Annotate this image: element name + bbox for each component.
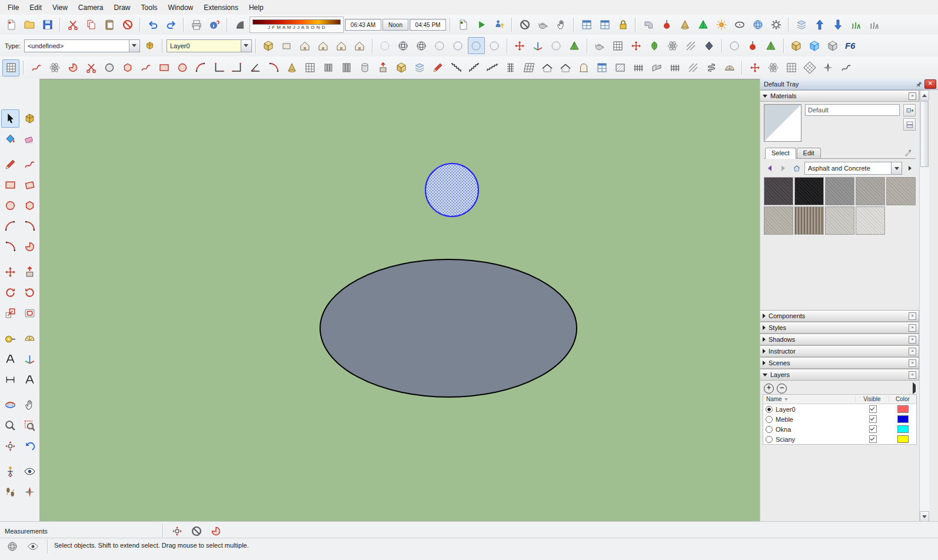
type-dropdown-arrow[interactable]	[129, 40, 139, 52]
compass-tool[interactable]	[21, 483, 39, 501]
green-pyramid-button[interactable]	[763, 37, 780, 54]
atom-button[interactable]	[664, 37, 681, 54]
ellipse-button[interactable]	[731, 16, 748, 34]
dark-diamond-button[interactable]	[701, 37, 718, 54]
shadow-time-start-field[interactable]: 06:43 AM	[345, 19, 381, 31]
cylinder-grab-button[interactable]	[356, 59, 373, 76]
lock-button[interactable]	[614, 16, 631, 34]
drawing-canvas[interactable]	[39, 79, 760, 522]
left-view-button[interactable]	[351, 37, 368, 54]
layer-combobox[interactable]: Layer0	[167, 39, 252, 52]
disc-button[interactable]	[658, 16, 675, 34]
shadow-time-end-field[interactable]: 04:45 PM	[410, 19, 446, 31]
sheets-button[interactable]	[411, 59, 428, 76]
short-columns-button[interactable]	[320, 59, 337, 76]
previous-view-tool[interactable]	[21, 437, 39, 455]
scenes-close-button[interactable]	[909, 359, 916, 367]
rotated-rectangle-tool[interactable]	[21, 176, 39, 194]
axes-tool[interactable]	[21, 350, 39, 368]
grid-box-button[interactable]	[301, 59, 318, 76]
gray-cube-button[interactable]	[824, 37, 841, 54]
back-edges-style-button[interactable]	[395, 37, 412, 54]
hidden-line-style-button[interactable]	[431, 37, 448, 54]
materials-close-button[interactable]	[909, 92, 916, 100]
follow-me-tool[interactable]	[21, 284, 39, 302]
elbow-pipe-button[interactable]	[640, 16, 657, 34]
layer-radio[interactable]	[766, 426, 773, 433]
sun-button[interactable]	[713, 16, 730, 34]
selected-circle-shape[interactable]	[425, 164, 478, 216]
secondary-pane-button[interactable]	[903, 118, 916, 131]
rectangle-tool[interactable]	[1, 176, 19, 194]
layer-visible-checkbox[interactable]	[869, 415, 877, 423]
grass-button[interactable]	[847, 16, 864, 34]
layer-radio[interactable]	[766, 416, 773, 423]
cone-button[interactable]	[676, 16, 693, 34]
material-swatch[interactable]	[886, 177, 916, 205]
push-pull-tool[interactable]	[21, 263, 39, 281]
diagonal-hatch-button[interactable]	[684, 59, 701, 76]
credits-icon[interactable]	[24, 539, 41, 554]
layer-color-chip[interactable]	[897, 425, 909, 433]
scene-manager-button[interactable]	[454, 16, 471, 34]
textured-style-button[interactable]	[468, 37, 485, 54]
text-tool[interactable]	[1, 350, 19, 368]
menu-draw[interactable]: Draw	[109, 1, 136, 14]
line-tool[interactable]	[1, 155, 19, 174]
xray-style-button[interactable]	[377, 37, 394, 54]
layer-radio[interactable]	[766, 436, 773, 443]
face-push-button[interactable]	[374, 59, 391, 76]
rotate-tool[interactable]	[1, 284, 19, 302]
material-swatch[interactable]	[825, 177, 854, 205]
styles-close-button[interactable]	[909, 324, 916, 332]
section-move-button[interactable]	[511, 37, 528, 54]
pencil-edge-button[interactable]	[429, 59, 446, 76]
components-section-header[interactable]: Components	[760, 310, 919, 322]
wireframe-style-button[interactable]	[413, 37, 430, 54]
hatch-button[interactable]	[611, 59, 628, 76]
tray-scrollbar[interactable]	[919, 90, 929, 522]
menu-help[interactable]: Help	[244, 1, 269, 14]
menu-file[interactable]: File	[2, 1, 24, 14]
scroll-down-icon[interactable]	[920, 511, 929, 522]
model-info-button[interactable]	[206, 16, 223, 34]
ramp-button[interactable]	[447, 59, 464, 76]
add-layer-button[interactable]	[764, 384, 774, 394]
layers-stack-button[interactable]	[793, 16, 810, 34]
back-view-button[interactable]	[333, 37, 350, 54]
undo-button[interactable]	[144, 16, 161, 34]
shadow-date-gradient[interactable]	[252, 19, 341, 25]
layers-section-header[interactable]: Layers	[760, 369, 919, 381]
layer-row[interactable]: Sciany	[763, 434, 916, 444]
forward-arrow-button[interactable]	[777, 162, 789, 174]
shadows-close-button[interactable]	[909, 336, 916, 344]
import-arrow-button[interactable]	[811, 16, 828, 34]
position-camera-tool[interactable]	[1, 462, 19, 481]
look-around-tool[interactable]	[21, 462, 39, 481]
export-arrow-button[interactable]	[829, 16, 846, 34]
red-green-tool-button[interactable]	[566, 37, 583, 54]
menu-camera[interactable]: Camera	[73, 1, 109, 14]
instructor-section-header[interactable]: Instructor	[760, 345, 919, 357]
circle-face-button[interactable]	[174, 59, 191, 76]
material-name-field[interactable]: Default	[805, 104, 900, 116]
geolocation-globe-icon[interactable]	[4, 539, 21, 554]
tray-titlebar[interactable]: Default Tray	[760, 79, 938, 90]
layer-dropdown-arrow[interactable]	[241, 40, 251, 52]
wall-corner-button[interactable]	[648, 59, 665, 76]
yellow-cube-button[interactable]	[788, 37, 805, 54]
polygon-tool-button[interactable]	[119, 59, 136, 76]
fredo6-logo[interactable]: F6	[843, 41, 858, 51]
active-layer-radio[interactable]	[766, 406, 773, 413]
wedge-button[interactable]	[694, 16, 711, 34]
menu-view[interactable]: View	[47, 1, 73, 14]
weld-curve-button[interactable]	[28, 59, 45, 76]
dashed-circle-button[interactable]	[101, 59, 118, 76]
leaf-button[interactable]	[646, 37, 663, 54]
window-panes-button[interactable]	[593, 59, 610, 76]
stairs-button[interactable]	[465, 59, 483, 76]
paint-bucket-tool[interactable]	[1, 130, 19, 148]
zoom-extents-tool[interactable]	[1, 437, 19, 455]
layer-visible-checkbox[interactable]	[869, 435, 877, 443]
open-button[interactable]	[21, 16, 38, 34]
